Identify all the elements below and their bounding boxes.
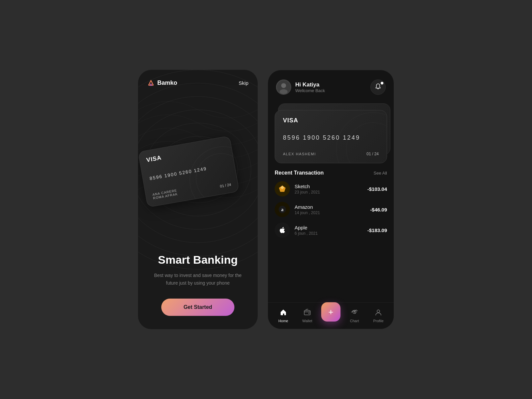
card-expiry: 01 / 24	[220, 183, 231, 189]
svg-point-11	[281, 83, 286, 88]
transactions-title: Recent Transaction	[275, 170, 324, 176]
main-visa-card: VISA 8596 1900 5260 1249 ALEX HASHEMI 01…	[275, 110, 387, 163]
see-all-button[interactable]: See All	[374, 171, 387, 176]
apple-icon	[275, 222, 290, 238]
notification-dot	[381, 82, 383, 84]
nav-home[interactable]: Home	[273, 309, 293, 323]
left-visa-card: VISA 8596 1900 5260 1249 ANA CARERE ROMA…	[138, 136, 239, 207]
svg-text:a: a	[281, 207, 284, 212]
apple-amount: -$183.09	[367, 227, 387, 233]
main-card-expiry: 01 / 24	[366, 152, 379, 156]
user-info: Hi Katiya Wellcome Back	[276, 79, 325, 95]
profile-icon	[375, 309, 382, 318]
sketch-info: Sketch 23 joun , 2021	[295, 184, 363, 195]
card-number: 8596 1900 5260 1249	[149, 162, 228, 181]
avatar-image	[277, 80, 291, 94]
wallet-icon	[304, 309, 311, 318]
right-screen: Hi Katiya Wellcome Back VISA 8596 1900 5…	[268, 70, 394, 329]
amazon-amount: -$46.09	[370, 207, 387, 212]
main-description: Best way to invest and save money for th…	[148, 272, 248, 287]
home-label: Home	[278, 319, 288, 323]
home-icon	[280, 309, 287, 318]
chart-icon	[351, 309, 358, 318]
sketch-date: 23 joun , 2021	[295, 190, 363, 195]
sketch-name: Sketch	[295, 184, 363, 189]
svg-point-20	[309, 313, 310, 314]
sketch-icon	[275, 181, 290, 197]
svg-point-22	[377, 310, 380, 313]
card-brand: VISA	[146, 143, 225, 164]
profile-label: Profile	[373, 319, 383, 323]
svg-point-12	[280, 89, 288, 94]
amazon-info: Amazon 14 joun , 2021	[295, 204, 365, 215]
apple-name: Apple	[295, 225, 363, 230]
amazon-name: Amazon	[295, 204, 365, 210]
apple-info: Apple 6 joun , 2021	[295, 225, 363, 236]
avatar	[276, 79, 291, 95]
amazon-date: 14 joun , 2021	[295, 210, 365, 215]
right-header: Hi Katiya Wellcome Back	[268, 70, 394, 100]
card-stack: VISA 8596 1900 5260 1249 ALEX HASHEMI 01…	[275, 103, 387, 163]
plus-icon: +	[328, 308, 333, 316]
bottom-nav: Home Wallet +	[268, 302, 394, 329]
nav-chart[interactable]: Chart	[344, 309, 364, 323]
main-card-holder: ALEX HASHEMI	[283, 152, 316, 156]
amazon-icon: a	[275, 202, 290, 217]
sketch-amount: -$103.04	[367, 186, 387, 192]
user-text: Hi Katiya Wellcome Back	[295, 81, 325, 93]
left-card-area: VISA 8596 1900 5260 1249 ANA CARERE ROMA…	[138, 80, 258, 253]
greeting-text: Hi Katiya	[295, 81, 325, 88]
chart-label: Chart	[350, 319, 359, 323]
sub-greeting-text: Wellcome Back	[295, 88, 325, 93]
svg-rect-19	[304, 311, 310, 315]
left-content: Smart Banking Best way to invest and sav…	[138, 253, 258, 329]
main-title: Smart Banking	[148, 253, 248, 266]
transaction-item: a Amazon 14 joun , 2021 -$46.09	[275, 202, 387, 217]
add-button[interactable]: +	[321, 302, 340, 322]
left-screen: Bamko Skip VISA 8596 1900 5260 1249 ANA …	[138, 70, 258, 329]
nav-wallet[interactable]: Wallet	[297, 309, 317, 323]
notification-button[interactable]	[370, 79, 386, 95]
main-card-brand: VISA	[283, 117, 379, 124]
apple-date: 6 joun , 2021	[295, 231, 363, 236]
get-started-button[interactable]: Get Started	[161, 299, 234, 316]
wallet-label: Wallet	[302, 319, 312, 323]
transaction-item: Apple 6 joun , 2021 -$183.09	[275, 222, 387, 238]
main-card-number: 8596 1900 5260 1249	[283, 134, 379, 141]
transaction-item: Sketch 23 joun , 2021 -$103.04	[275, 181, 387, 197]
nav-profile[interactable]: Profile	[368, 309, 388, 323]
transactions-section: Recent Transaction See All Sketch 23 jou…	[268, 170, 394, 302]
bell-icon	[375, 83, 381, 91]
transactions-header: Recent Transaction See All	[275, 170, 387, 176]
